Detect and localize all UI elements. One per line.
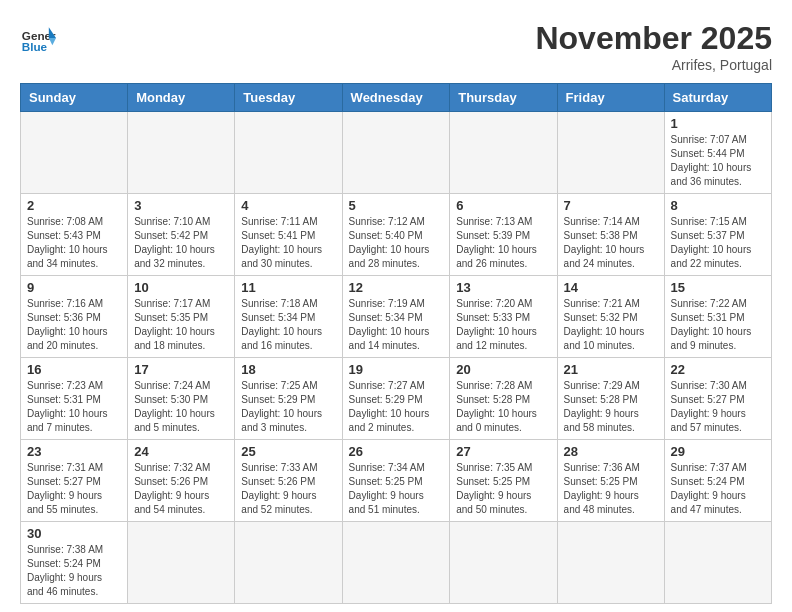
day-info: Sunrise: 7:15 AM Sunset: 5:37 PM Dayligh…: [671, 215, 765, 271]
day-info: Sunrise: 7:32 AM Sunset: 5:26 PM Dayligh…: [134, 461, 228, 517]
day-number: 24: [134, 444, 228, 459]
day-info: Sunrise: 7:24 AM Sunset: 5:30 PM Dayligh…: [134, 379, 228, 435]
svg-text:Blue: Blue: [22, 40, 48, 53]
day-number: 1: [671, 116, 765, 131]
calendar-cell-37: [128, 522, 235, 604]
day-info: Sunrise: 7:14 AM Sunset: 5:38 PM Dayligh…: [564, 215, 658, 271]
calendar-row-6: 30Sunrise: 7:38 AM Sunset: 5:24 PM Dayli…: [21, 522, 772, 604]
day-info: Sunrise: 7:34 AM Sunset: 5:25 PM Dayligh…: [349, 461, 444, 517]
calendar-cell-2: [128, 112, 235, 194]
calendar-cell-20: 14Sunrise: 7:21 AM Sunset: 5:32 PM Dayli…: [557, 276, 664, 358]
day-info: Sunrise: 7:10 AM Sunset: 5:42 PM Dayligh…: [134, 215, 228, 271]
calendar-cell-1: [21, 112, 128, 194]
day-number: 8: [671, 198, 765, 213]
calendar-cell-36: 30Sunrise: 7:38 AM Sunset: 5:24 PM Dayli…: [21, 522, 128, 604]
day-info: Sunrise: 7:28 AM Sunset: 5:28 PM Dayligh…: [456, 379, 550, 435]
calendar-cell-29: 23Sunrise: 7:31 AM Sunset: 5:27 PM Dayli…: [21, 440, 128, 522]
day-number: 16: [27, 362, 121, 377]
calendar-cell-12: 6Sunrise: 7:13 AM Sunset: 5:39 PM Daylig…: [450, 194, 557, 276]
day-number: 3: [134, 198, 228, 213]
day-number: 9: [27, 280, 121, 295]
day-number: 22: [671, 362, 765, 377]
calendar-cell-10: 4Sunrise: 7:11 AM Sunset: 5:41 PM Daylig…: [235, 194, 342, 276]
logo-icon: General Blue: [20, 20, 56, 56]
calendar-cell-28: 22Sunrise: 7:30 AM Sunset: 5:27 PM Dayli…: [664, 358, 771, 440]
day-number: 7: [564, 198, 658, 213]
calendar-cell-7: 1Sunrise: 7:07 AM Sunset: 5:44 PM Daylig…: [664, 112, 771, 194]
weekday-header-saturday: Saturday: [664, 84, 771, 112]
calendar-cell-41: [557, 522, 664, 604]
weekday-header-row: SundayMondayTuesdayWednesdayThursdayFrid…: [21, 84, 772, 112]
weekday-header-tuesday: Tuesday: [235, 84, 342, 112]
day-info: Sunrise: 7:19 AM Sunset: 5:34 PM Dayligh…: [349, 297, 444, 353]
calendar-row-2: 2Sunrise: 7:08 AM Sunset: 5:43 PM Daylig…: [21, 194, 772, 276]
day-number: 25: [241, 444, 335, 459]
day-info: Sunrise: 7:21 AM Sunset: 5:32 PM Dayligh…: [564, 297, 658, 353]
day-number: 18: [241, 362, 335, 377]
weekday-header-sunday: Sunday: [21, 84, 128, 112]
calendar-cell-13: 7Sunrise: 7:14 AM Sunset: 5:38 PM Daylig…: [557, 194, 664, 276]
day-number: 14: [564, 280, 658, 295]
calendar-cell-26: 20Sunrise: 7:28 AM Sunset: 5:28 PM Dayli…: [450, 358, 557, 440]
day-number: 17: [134, 362, 228, 377]
day-number: 27: [456, 444, 550, 459]
day-number: 13: [456, 280, 550, 295]
day-info: Sunrise: 7:31 AM Sunset: 5:27 PM Dayligh…: [27, 461, 121, 517]
calendar-cell-31: 25Sunrise: 7:33 AM Sunset: 5:26 PM Dayli…: [235, 440, 342, 522]
calendar-cell-9: 3Sunrise: 7:10 AM Sunset: 5:42 PM Daylig…: [128, 194, 235, 276]
calendar-cell-19: 13Sunrise: 7:20 AM Sunset: 5:33 PM Dayli…: [450, 276, 557, 358]
weekday-header-friday: Friday: [557, 84, 664, 112]
calendar-cell-42: [664, 522, 771, 604]
calendar-cell-35: 29Sunrise: 7:37 AM Sunset: 5:24 PM Dayli…: [664, 440, 771, 522]
day-number: 2: [27, 198, 121, 213]
day-number: 23: [27, 444, 121, 459]
day-info: Sunrise: 7:13 AM Sunset: 5:39 PM Dayligh…: [456, 215, 550, 271]
calendar-cell-16: 10Sunrise: 7:17 AM Sunset: 5:35 PM Dayli…: [128, 276, 235, 358]
weekday-header-wednesday: Wednesday: [342, 84, 450, 112]
day-number: 21: [564, 362, 658, 377]
day-info: Sunrise: 7:08 AM Sunset: 5:43 PM Dayligh…: [27, 215, 121, 271]
day-number: 12: [349, 280, 444, 295]
calendar-cell-15: 9Sunrise: 7:16 AM Sunset: 5:36 PM Daylig…: [21, 276, 128, 358]
calendar-cell-3: [235, 112, 342, 194]
day-info: Sunrise: 7:36 AM Sunset: 5:25 PM Dayligh…: [564, 461, 658, 517]
day-number: 26: [349, 444, 444, 459]
calendar-row-5: 23Sunrise: 7:31 AM Sunset: 5:27 PM Dayli…: [21, 440, 772, 522]
calendar-row-4: 16Sunrise: 7:23 AM Sunset: 5:31 PM Dayli…: [21, 358, 772, 440]
calendar-cell-24: 18Sunrise: 7:25 AM Sunset: 5:29 PM Dayli…: [235, 358, 342, 440]
day-info: Sunrise: 7:12 AM Sunset: 5:40 PM Dayligh…: [349, 215, 444, 271]
calendar-cell-39: [342, 522, 450, 604]
day-info: Sunrise: 7:22 AM Sunset: 5:31 PM Dayligh…: [671, 297, 765, 353]
calendar-row-1: 1Sunrise: 7:07 AM Sunset: 5:44 PM Daylig…: [21, 112, 772, 194]
day-number: 4: [241, 198, 335, 213]
day-number: 6: [456, 198, 550, 213]
calendar-row-3: 9Sunrise: 7:16 AM Sunset: 5:36 PM Daylig…: [21, 276, 772, 358]
month-title: November 2025: [535, 20, 772, 57]
calendar-cell-21: 15Sunrise: 7:22 AM Sunset: 5:31 PM Dayli…: [664, 276, 771, 358]
day-number: 19: [349, 362, 444, 377]
day-info: Sunrise: 7:07 AM Sunset: 5:44 PM Dayligh…: [671, 133, 765, 189]
day-info: Sunrise: 7:16 AM Sunset: 5:36 PM Dayligh…: [27, 297, 121, 353]
weekday-header-monday: Monday: [128, 84, 235, 112]
calendar-cell-17: 11Sunrise: 7:18 AM Sunset: 5:34 PM Dayli…: [235, 276, 342, 358]
weekday-header-thursday: Thursday: [450, 84, 557, 112]
day-info: Sunrise: 7:35 AM Sunset: 5:25 PM Dayligh…: [456, 461, 550, 517]
day-info: Sunrise: 7:11 AM Sunset: 5:41 PM Dayligh…: [241, 215, 335, 271]
calendar-cell-4: [342, 112, 450, 194]
day-info: Sunrise: 7:38 AM Sunset: 5:24 PM Dayligh…: [27, 543, 121, 599]
calendar-cell-27: 21Sunrise: 7:29 AM Sunset: 5:28 PM Dayli…: [557, 358, 664, 440]
day-number: 28: [564, 444, 658, 459]
calendar-cell-32: 26Sunrise: 7:34 AM Sunset: 5:25 PM Dayli…: [342, 440, 450, 522]
calendar-cell-8: 2Sunrise: 7:08 AM Sunset: 5:43 PM Daylig…: [21, 194, 128, 276]
day-number: 15: [671, 280, 765, 295]
calendar-cell-38: [235, 522, 342, 604]
title-section: November 2025 Arrifes, Portugal: [535, 20, 772, 73]
location: Arrifes, Portugal: [535, 57, 772, 73]
calendar-cell-25: 19Sunrise: 7:27 AM Sunset: 5:29 PM Dayli…: [342, 358, 450, 440]
calendar-cell-14: 8Sunrise: 7:15 AM Sunset: 5:37 PM Daylig…: [664, 194, 771, 276]
day-info: Sunrise: 7:17 AM Sunset: 5:35 PM Dayligh…: [134, 297, 228, 353]
day-info: Sunrise: 7:30 AM Sunset: 5:27 PM Dayligh…: [671, 379, 765, 435]
day-info: Sunrise: 7:29 AM Sunset: 5:28 PM Dayligh…: [564, 379, 658, 435]
calendar-cell-5: [450, 112, 557, 194]
day-info: Sunrise: 7:23 AM Sunset: 5:31 PM Dayligh…: [27, 379, 121, 435]
